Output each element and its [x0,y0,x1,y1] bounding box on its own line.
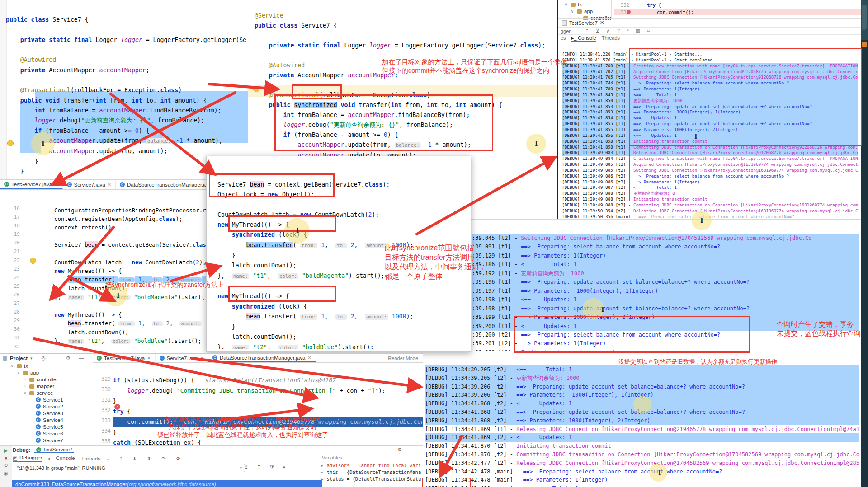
thread-selector[interactable]: "t1"@11,343 in group "main": RUNNING ▾ [14,464,245,472]
line: [DEBUG] 11:39:49.086 [t2] - ==> Preparin… [562,173,858,179]
line: [DEBUG] 11:34:41.870 [t2] - Initiating t… [425,442,859,450]
line: public class Service7 { [6,15,248,25]
debug-session-tab[interactable]: TestService7 [34,447,75,453]
line: new MyThread(() -> { [217,220,467,230]
tree-item-app[interactable]: ∨app [2,369,93,376]
line: [DEBUG] 11:39:41.856 [t1] - <== Updates:… [562,133,858,139]
chevron-down-icon: ▾ [240,466,242,470]
code-area[interactable]: public class Service7 { private static f… [6,1,248,179]
line [6,25,248,35]
line: 26 [5,290,20,299]
tree-item-service[interactable]: ∨service [2,389,93,396]
line: }, name: "t2", color: "boldBlue").start(… [217,342,467,349]
scrollbar-thumb[interactable] [862,5,867,30]
class-icon [67,182,72,187]
close-icon[interactable]: ✕ [307,355,311,360]
tab-testservice7-java[interactable]: TestService7.java✕ [0,180,63,189]
divider [558,27,861,28]
frame-row-selected[interactable]: doCommit:333, DataSourceTransactionManag… [12,480,322,487]
tab-label: TestService7.java [11,182,52,187]
line: [DEBUG] 11:34:42.478 [main] - ==> Prepar… [425,468,859,476]
close-icon[interactable]: ✕ [600,20,604,26]
line: CountDownLatch latch = new CountDownLatc… [54,258,209,267]
tree-item-mapper[interactable]: ›mapper [2,383,93,389]
view-breakpoints-icon[interactable]: ◉ [4,470,8,476]
tab-threads[interactable]: Threads [602,35,620,42]
breakpoint-icon[interactable] [627,10,631,14]
line: if (fromBalance - amount >= 0) { [255,130,557,140]
line: [DEBUG] 11:39:49.086 [t2] - ==> Paramete… [562,179,858,185]
line: logger.debug("更新前查询余额为: {}", fromBalance… [6,116,248,126]
test-class-icon [4,182,9,187]
close-icon[interactable]: ✕ [108,182,111,187]
intention-bulb-icon[interactable] [253,86,259,92]
tree-item-service1[interactable]: Service1 [2,396,93,403]
tab-console[interactable]: ▸_Console [48,455,75,462]
tab-service7-java[interactable]: Service7.java✕ [63,180,116,189]
variable-row[interactable]: ▸ this = {DataSourceTransactionManager@4… [321,469,421,476]
tab-debugger[interactable]: ◩Debugger [13,455,42,462]
line: 22 [5,256,20,265]
stop-icon[interactable]: ■ [5,455,8,461]
folder-icon [571,3,576,7]
tree-item-service6[interactable]: Service6 [2,430,93,437]
intention-bulb-icon[interactable] [7,140,14,146]
tree-item-tx[interactable]: ∨tx [2,362,93,369]
code-area[interactable]: ConfigurationPropertiesBindingPostProces… [54,192,209,356]
mini-code[interactable]: try {con.commit(); [647,1,694,16]
toolbar-icons[interactable]: ≡ ⌃ ⊻ ⊼ ⥣ ˣ ▦ ⌗ [575,28,652,34]
tab-datasourcetransactionmanager-java[interactable]: DataSourceTransactionManager.java [116,180,217,189]
variables-title: Variables [322,455,342,460]
tab-console[interactable]: ▸_ Console [571,35,596,42]
resume-icon[interactable]: ▶ [4,448,8,454]
class-icon [120,182,125,187]
close-icon[interactable]: ✕ [147,356,151,361]
tree-item-service7[interactable]: Service7 [2,437,93,444]
close-icon[interactable]: ✕ [54,182,58,187]
breakpoint-verified-icon[interactable]: ✓ [114,404,120,410]
close-icon[interactable]: ✕ [200,356,204,361]
line: [DEBUG] 11:39:41.853 [t1] - ==> Paramete… [562,109,858,115]
chevron-down-icon[interactable]: ▾ [30,356,33,361]
tab-testservice7[interactable]: TestService7✕ [562,19,604,28]
line: [DEBUG] 11:39:41.858 [t1] - Committing J… [562,145,858,150]
tree-item-app[interactable]: ∨app [562,8,612,14]
line: :39.196 [t1] - ==> Preparing: update acc… [472,278,859,286]
redline-t2-transaction-log [629,144,630,201]
console-log-run2-lower[interactable]: [DEBUG] 11:34:39.205 [t2] - <== Total: 1… [425,353,859,487]
line: Service7 bean = context.getBean(Service7… [54,240,209,249]
line: }, name: "t2", color: "boldBlue").start(… [54,337,209,346]
frame-nav-icons[interactable]: ↥ ↧ ⧩ ▾ [244,464,289,470]
line: @Autowired [6,55,248,65]
test-class-icon [36,447,41,452]
variable-row[interactable]: ▸ status = {DefaultTransactionStatus@416… [321,476,421,482]
console-log-run1[interactable]: [INFO] 11:39:41.220 [main] - HikariPool-… [562,42,858,218]
tree-item-service5[interactable]: Service5 [2,423,93,430]
line: [DEBUG] 11:34:41.870 [t2] - Committing J… [425,450,859,459]
line: [DEBUG] 11:34:41.868 [t2] - ==> Preparin… [425,408,859,417]
line: } [113,396,423,406]
line: bean.transfer( from: 1, to: 2, amount: 1… [54,319,209,328]
error-stripe-marker[interactable] [862,42,867,47]
folder-icon [29,384,34,389]
code-area[interactable]: @Servicepublic class Service7 { private … [255,0,557,160]
text-cursor-icon: I [700,216,703,225]
tree-item-controller[interactable]: ›controller [2,376,93,383]
restart-icon[interactable]: ↻ [4,463,8,468]
stepping-icons[interactable]: ⤵ ⤴ ⬇ ⬆ ↷ ⟳ [107,456,185,462]
panel-toolbar-icons[interactable]: ◎ ≡ ⚙ — [42,355,88,361]
line: 18 [5,221,20,230]
variable-row[interactable]: ▸ advisors = Cannot find local varia … V… [321,462,421,469]
tree-item-service3[interactable]: Service3 [2,410,93,417]
line: accountMapper.update(from, balance: -1 *… [255,140,557,150]
panel-window-icons[interactable]: ⚙ — [397,447,419,453]
intention-bulb-icon[interactable] [30,258,36,264]
tree-item-service2[interactable]: Service2 [2,403,93,410]
line: [DEBUG] 11:39:49.087 [t2] - <== Total: 1 [562,185,858,191]
tab-threads[interactable]: Threads [81,456,100,461]
tree-item-service4[interactable]: Service4 [2,417,93,423]
line: [DEBUG] 11:39:49.085 [t2] - Switching JD… [562,168,858,173]
annotation-interleaved-query: 查询时产生了交错，事务未提交，蓝色线程执行查询 [777,320,861,338]
tree-item-tx[interactable]: ∨tx [562,1,612,8]
tab-label-cut: es [561,35,566,42]
